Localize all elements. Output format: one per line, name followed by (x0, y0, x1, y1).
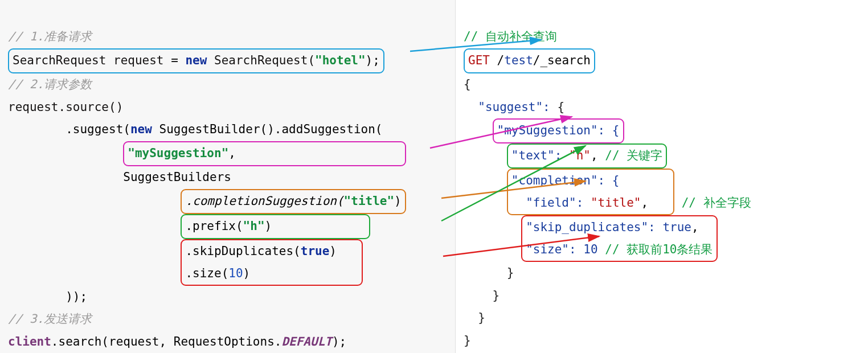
box-completion-left: .completionSuggestion("title") (181, 189, 406, 214)
box-search-request: SearchRequest request = new SearchReques… (8, 48, 384, 73)
comment-autocomplete: // 自动补全查询 (464, 30, 557, 43)
send-request-line: client.search(request, RequestOptions.DE… (8, 335, 346, 348)
java-code-pane: // 1.准备请求 SearchRequest request = new Se… (0, 0, 456, 353)
suggest-builders: SuggestBuilders (8, 170, 231, 184)
box-skip-size-right: "skip_duplicates": true, "size": 10 // 获… (521, 215, 718, 262)
comment-step1: // 1.准备请求 (8, 30, 92, 43)
comment-step3: // 3.发送请求 (8, 312, 92, 326)
source-call: request.source() (8, 100, 123, 114)
box-my-suggestion-left: "mySuggestion", (123, 141, 406, 166)
box-get-search: GET /test/_search (464, 48, 595, 73)
json-dsl-pane: // 自动补全查询 GET /test/_search { "suggest":… (456, 0, 868, 353)
box-my-suggestion-right: "mySuggestion": { (493, 118, 624, 143)
suggest-call-line: .suggest(new SuggestBuilder().addSuggest… (8, 122, 382, 136)
box-prefix-left: .prefix("h") (181, 214, 370, 239)
comment-step2: // 2.请求参数 (8, 77, 92, 91)
box-skip-size-left: .skipDuplicates(true) .size(10) (181, 239, 362, 286)
box-text-right: "text": "h", // 关键字 (507, 143, 667, 169)
box-completion-right: "completion": { "field": "title", (507, 169, 674, 215)
close-suggest: )); (8, 290, 87, 303)
